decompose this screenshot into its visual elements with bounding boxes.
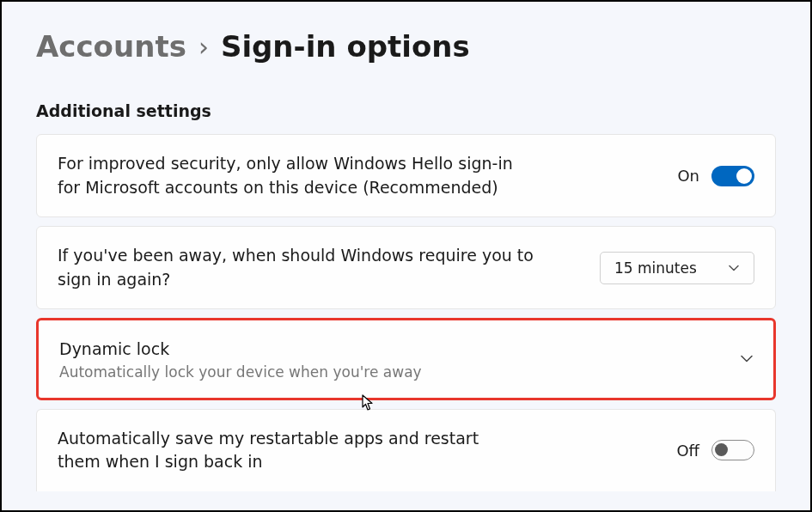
chevron-down-icon: [728, 262, 740, 274]
chevron-right-icon: ›: [198, 32, 209, 62]
toggle-state-label: Off: [676, 442, 699, 460]
breadcrumb-parent[interactable]: Accounts: [36, 29, 186, 64]
setting-label: Dynamic lock: [59, 338, 720, 362]
require-signin-dropdown[interactable]: 15 minutes: [600, 252, 754, 284]
setting-label: Automatically save my restartable apps a…: [58, 427, 522, 474]
toggle-state-label: On: [677, 167, 699, 185]
setting-row-windows-hello: For improved security, only allow Window…: [36, 134, 776, 217]
setting-label: If you've been away, when should Windows…: [58, 244, 539, 291]
setting-description: Automatically lock your device when you'…: [59, 363, 720, 381]
chevron-down-icon: [741, 353, 753, 365]
setting-row-require-signin: If you've been away, when should Windows…: [36, 226, 776, 309]
dropdown-value: 15 minutes: [614, 259, 697, 277]
section-heading: Additional settings: [36, 101, 776, 120]
restartable-apps-toggle[interactable]: [711, 440, 754, 460]
windows-hello-toggle[interactable]: [711, 166, 754, 186]
page-title: Sign-in options: [221, 29, 470, 64]
breadcrumb: Accounts › Sign-in options: [36, 29, 776, 64]
setting-row-restartable-apps: Automatically save my restartable apps a…: [36, 409, 776, 491]
setting-label: For improved security, only allow Window…: [58, 152, 539, 199]
setting-row-dynamic-lock[interactable]: Dynamic lock Automatically lock your dev…: [36, 318, 776, 400]
